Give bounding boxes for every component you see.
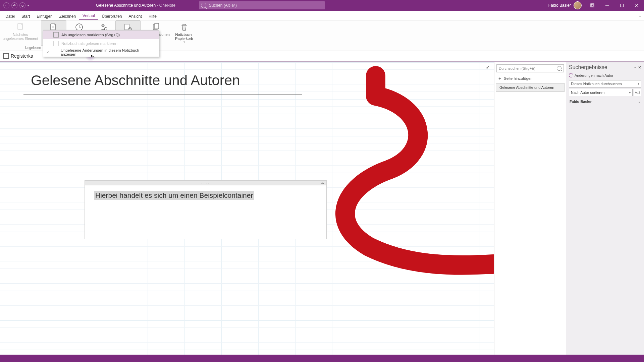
ink-drawing bbox=[309, 66, 494, 307]
next-unread-label: Nächstesungelesenes Element bbox=[3, 33, 38, 41]
plus-icon: ＋ bbox=[498, 76, 502, 81]
back-icon[interactable]: ← bbox=[3, 2, 9, 8]
qat-more-icon[interactable]: ▾ bbox=[28, 4, 29, 7]
group-ungelesen-label: Ungelesen bbox=[25, 46, 41, 50]
note-container-handle[interactable]: ···· ◂▸ bbox=[85, 180, 327, 185]
search-results-pane: Suchergebnisse ▾ ✕ Änderungen nach Autor… bbox=[566, 62, 644, 362]
page-search-placeholder: Durchsuchen (Strg+E) bbox=[499, 66, 535, 70]
touch-icon[interactable]: ☺ bbox=[19, 2, 25, 8]
avatar[interactable] bbox=[574, 1, 582, 9]
add-page-button[interactable]: ＋ Seite hinzufügen bbox=[494, 74, 566, 82]
page-list-pane: Durchsuchen (Strg+E) ＋ Seite hinzufügen … bbox=[494, 62, 566, 362]
page-canvas[interactable]: ⤢ Gelesene Abschnitte und Autoren ···· ◂… bbox=[0, 62, 494, 362]
recycle-bin-label: Notizbuch-Papierkorb bbox=[175, 33, 193, 41]
dropdown-item-mark-unread[interactable]: Als ungelesen markieren (Strg+Q) bbox=[43, 31, 159, 39]
chevron-down-icon: ▾ bbox=[183, 41, 185, 44]
sort-select[interactable]: Nach Autor sortieren ▾ bbox=[569, 89, 633, 96]
dropdown-item-label: Als ungelesen markieren (Strg+Q) bbox=[61, 33, 120, 37]
tab-verlauf[interactable]: Verlauf bbox=[79, 11, 98, 20]
window-title: Gelesene Abschnitte und Autoren - OneNot… bbox=[96, 3, 175, 8]
undo-icon[interactable]: ↶ bbox=[11, 2, 17, 8]
svg-point-14 bbox=[104, 27, 107, 30]
page-icon bbox=[53, 41, 59, 46]
svg-point-13 bbox=[102, 24, 104, 27]
minimize-button[interactable] bbox=[600, 0, 614, 11]
quick-access-toolbar: ← ↶ ☺ ▾ bbox=[0, 2, 29, 8]
user-area[interactable]: Fabio Basler bbox=[548, 1, 585, 9]
results-author-name: Fabio Basler bbox=[570, 100, 592, 104]
tab-start[interactable]: Start bbox=[18, 12, 33, 20]
svg-rect-3 bbox=[621, 4, 624, 7]
dropdown-item-label: Notizbuch als gelesen markieren bbox=[61, 42, 117, 46]
status-bar bbox=[0, 355, 644, 362]
svg-point-18 bbox=[129, 28, 130, 29]
doc-title: Gelesene Abschnitte und Autoren bbox=[96, 3, 156, 8]
sort-value: Nach Autor sortieren bbox=[571, 90, 604, 95]
tab-hilfe[interactable]: Hilfe bbox=[145, 12, 160, 20]
title-separator: - bbox=[156, 3, 159, 8]
titlebar: ← ↶ ☺ ▾ Gelesene Abschnitte und Autoren … bbox=[0, 0, 644, 11]
notebook-icon[interactable] bbox=[3, 53, 9, 59]
close-icon[interactable]: ✕ bbox=[638, 65, 641, 70]
tab-ueberpruefen[interactable]: Überprüfen bbox=[98, 12, 125, 20]
next-unread-button: Nächstesungelesenes Element bbox=[0, 20, 41, 46]
refresh-icon bbox=[568, 72, 574, 78]
dropdown-item-label: Ungelesene Änderungen in diesem Notizbuc… bbox=[61, 48, 156, 56]
page-title[interactable]: Gelesene Abschnitte und Autoren bbox=[31, 72, 240, 88]
dropdown-item-show-unread-changes[interactable]: ✓ Ungelesene Änderungen in diesem Notizb… bbox=[43, 48, 159, 57]
chevron-down-icon: ▾ bbox=[629, 91, 631, 94]
results-author-group[interactable]: Fabio Basler ⌄ bbox=[566, 98, 644, 105]
svg-rect-20 bbox=[155, 23, 159, 29]
tab-datei[interactable]: Datei bbox=[2, 12, 18, 20]
section-tab[interactable]: Registerka bbox=[11, 53, 33, 59]
drag-dots-icon: ···· bbox=[201, 181, 210, 185]
page-next-icon bbox=[16, 22, 25, 32]
search-placeholder: Suchen (Alt+M) bbox=[209, 3, 237, 8]
collapse-ribbon-icon[interactable]: ⌃ bbox=[639, 15, 641, 19]
results-subtitle-row[interactable]: Änderungen nach Autor bbox=[566, 72, 644, 79]
results-title: Suchergebnisse bbox=[569, 64, 632, 70]
window-mode-icon[interactable] bbox=[585, 0, 600, 11]
search-icon bbox=[201, 3, 206, 8]
note-container-text[interactable]: Hierbei handelt es sich um einen Beispie… bbox=[94, 191, 254, 200]
app-name: OneNote bbox=[159, 3, 175, 8]
recycle-bin-button[interactable]: Notizbuch-Papierkorb ▾ bbox=[172, 20, 196, 46]
chevron-down-icon: ▾ bbox=[638, 82, 639, 85]
mark-read-dropdown: Als ungelesen markieren (Strg+Q) Notizbu… bbox=[43, 30, 159, 57]
user-name: Fabio Basler bbox=[548, 3, 571, 8]
results-dropdown-icon[interactable]: ▾ bbox=[634, 66, 636, 69]
page-icon bbox=[53, 32, 59, 38]
tab-ansicht[interactable]: Ansicht bbox=[125, 12, 145, 20]
dropdown-item-mark-notebook-read: Notizbuch als gelesen markieren bbox=[43, 39, 159, 48]
main-area: ⤢ Gelesene Abschnitte und Autoren ···· ◂… bbox=[0, 62, 644, 362]
search-icon bbox=[557, 66, 561, 71]
page-search-input[interactable]: Durchsuchen (Strg+E) bbox=[496, 64, 564, 72]
tab-einfuegen[interactable]: Einfügen bbox=[33, 12, 56, 20]
chevron-down-icon: ⌄ bbox=[638, 100, 641, 103]
trash-icon bbox=[179, 22, 189, 32]
results-subtitle: Änderungen nach Autor bbox=[575, 73, 613, 77]
global-search[interactable]: Suchen (Alt+M) bbox=[199, 1, 325, 9]
maximize-button[interactable] bbox=[614, 0, 629, 11]
search-scope-select[interactable]: Dieses Notizbuch durchsuchen ▾ bbox=[569, 80, 641, 87]
page-list-item[interactable]: Gelesene Abschnitte und Autoren bbox=[496, 83, 565, 92]
title-underline bbox=[23, 95, 302, 95]
tab-zeichnen[interactable]: Zeichnen bbox=[56, 12, 79, 20]
ribbon-tabs: Datei Start Einfügen Zeichnen Verlauf Üb… bbox=[0, 11, 644, 20]
search-scope-value: Dieses Notizbuch durchsuchen bbox=[571, 82, 622, 86]
svg-rect-1 bbox=[591, 4, 593, 6]
close-button[interactable] bbox=[629, 0, 644, 11]
add-page-label: Seite hinzufügen bbox=[504, 76, 533, 80]
check-icon: ✓ bbox=[47, 50, 51, 55]
sort-direction-button[interactable]: A↓Z bbox=[634, 89, 641, 96]
window-controls bbox=[600, 0, 644, 11]
